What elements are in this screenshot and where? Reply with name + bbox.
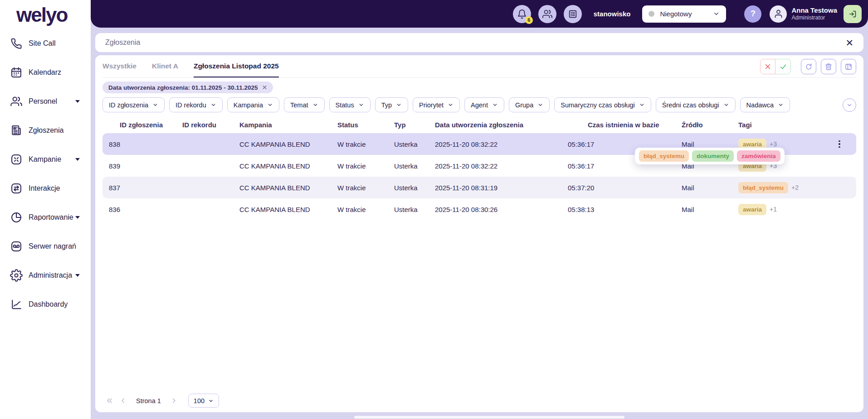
chevron-down-icon bbox=[210, 102, 216, 108]
chevron-down-icon bbox=[537, 102, 543, 108]
x-icon bbox=[764, 63, 772, 71]
date-filter-chip[interactable]: Data utworzenia zgłoszenia: 01.11.2025 -… bbox=[102, 82, 273, 93]
cell: 836 bbox=[102, 206, 182, 213]
sidebar-item-kampanie[interactable]: Kampanie bbox=[10, 149, 91, 169]
agents-button[interactable] bbox=[538, 5, 556, 23]
filter-grupa[interactable]: Grupa bbox=[509, 97, 550, 112]
tab-wszystkie[interactable]: Wszystkie bbox=[102, 55, 137, 77]
sidebar-item-label: Site Call bbox=[29, 39, 56, 48]
notifications-button[interactable]: 6 bbox=[513, 5, 531, 23]
row-menu-button[interactable] bbox=[833, 137, 846, 151]
avatar[interactable] bbox=[770, 5, 787, 23]
cell: W trakcie bbox=[337, 184, 394, 192]
page-title: Zgłoszenia bbox=[105, 39, 140, 47]
delete-button[interactable] bbox=[821, 59, 836, 74]
accept-button[interactable] bbox=[775, 59, 791, 74]
cell: 837 bbox=[102, 184, 182, 192]
sidebar-nav: Site CallKalendarzPersonelZgłoszeniaKamp… bbox=[0, 34, 91, 314]
filter-label: Sumaryczny czas obsługi bbox=[561, 101, 635, 109]
sidebar-item-label: Kalendarz bbox=[29, 68, 61, 77]
filter-label: Kampania bbox=[234, 101, 263, 109]
caret-down-icon bbox=[75, 100, 80, 103]
reject-button[interactable] bbox=[760, 59, 775, 74]
sidebar-item-dashboardy[interactable]: Dashboardy bbox=[10, 294, 91, 314]
help-button[interactable]: ? bbox=[744, 5, 761, 23]
filter-label: Temat bbox=[290, 101, 308, 109]
cell: Usterka bbox=[394, 184, 435, 192]
chevron-down-icon bbox=[723, 102, 729, 108]
filter-label: ID rekordu bbox=[176, 101, 206, 109]
sidebar-item-raportowanie[interactable]: Raportowanie bbox=[10, 207, 91, 227]
agent-status-select[interactable]: Niegotowy bbox=[642, 5, 726, 23]
tag-awaria[interactable]: awaria bbox=[738, 204, 766, 215]
filter-nadawca[interactable]: Nadawca bbox=[740, 97, 790, 112]
first-page-button[interactable] bbox=[102, 394, 116, 408]
tabs-row: WszystkieKlinet AZgłoszenia Listopad 202… bbox=[102, 55, 856, 78]
forms-button[interactable] bbox=[564, 5, 582, 23]
close-page-icon[interactable]: ✕ bbox=[845, 38, 853, 48]
horizontal-scrollbar[interactable] bbox=[354, 416, 624, 419]
active-filter-row: Data utworzenia zgłoszenia: 01.11.2025 -… bbox=[102, 82, 856, 93]
remove-date-filter-icon[interactable]: ✕ bbox=[262, 84, 267, 91]
column-header-id-rekordu: ID rekordu bbox=[182, 121, 239, 129]
panel-actions bbox=[760, 59, 856, 74]
prev-page-button[interactable] bbox=[116, 394, 130, 408]
tag-dokumenty[interactable]: dokumenty bbox=[692, 150, 734, 162]
filter-średni-czas-obsługi[interactable]: Średni czas obsługi bbox=[656, 97, 736, 112]
chevron-right-icon bbox=[170, 397, 178, 405]
sidebar-item-interakcje[interactable]: Interakcje bbox=[10, 178, 91, 198]
sidebar-item-serwer-nagrań[interactable]: Serwer nagrań bbox=[10, 236, 91, 256]
sidebar-item-site-call[interactable]: Site Call bbox=[10, 34, 91, 53]
filter-temat[interactable]: Temat bbox=[284, 97, 325, 112]
more-tags-count[interactable]: +2 bbox=[791, 184, 799, 191]
column-header-źródło: Źródło bbox=[682, 121, 738, 129]
cell: 2025-11-20 08:32:22 bbox=[435, 140, 568, 148]
more-tags-count[interactable]: +3 bbox=[770, 140, 777, 148]
sidebar-item-administracja[interactable]: Administracja bbox=[10, 265, 91, 285]
next-page-button[interactable] bbox=[167, 394, 181, 408]
caret-down-icon bbox=[75, 158, 80, 161]
sidebar-item-personel[interactable]: Personel bbox=[10, 92, 91, 111]
sidebar-item-kalendarz[interactable]: Kalendarz bbox=[10, 63, 91, 82]
filter-status[interactable]: Status bbox=[329, 97, 371, 112]
pie-icon bbox=[10, 211, 23, 224]
filter-id-zgłoszenia[interactable]: ID zgłoszenia bbox=[102, 97, 165, 112]
expand-filters-button[interactable] bbox=[843, 98, 856, 112]
notifications-badge: 6 bbox=[525, 16, 533, 24]
sidebar-item-zgłoszenia[interactable]: Zgłoszenia bbox=[10, 120, 91, 140]
tag-blad[interactable]: błąd_systemu bbox=[639, 150, 689, 162]
tab-klinet-a[interactable]: Klinet A bbox=[152, 55, 178, 77]
filter-label: Średni czas obsługi bbox=[662, 101, 719, 109]
filter-label: Status bbox=[336, 101, 354, 109]
chevron-left-icon bbox=[119, 397, 127, 405]
calendar-icon bbox=[10, 66, 23, 79]
chevron-down-icon bbox=[846, 102, 853, 108]
refresh-button[interactable] bbox=[801, 59, 816, 74]
cell: CC KAMPANIA BLEND bbox=[239, 206, 337, 213]
bell-icon bbox=[517, 9, 527, 19]
filter-sumaryczny-czas-obsługi[interactable]: Sumaryczny czas obsługi bbox=[554, 97, 651, 112]
filter-label: Agent bbox=[471, 101, 488, 109]
cell: Mail bbox=[682, 206, 738, 213]
filter-priorytet[interactable]: Priorytet bbox=[413, 97, 460, 112]
filter-typ[interactable]: Typ bbox=[375, 97, 408, 112]
voicemail-icon bbox=[10, 240, 23, 253]
filter-id-rekordu[interactable]: ID rekordu bbox=[169, 97, 223, 112]
columns-button[interactable] bbox=[841, 59, 856, 74]
column-header-typ: Typ bbox=[394, 121, 435, 129]
tab-zgloszenia-listopad-2025[interactable]: Zgłoszenia Listopad 2025 bbox=[194, 55, 279, 77]
tag-zamowienia[interactable]: zamówienia bbox=[737, 150, 780, 162]
people-icon bbox=[10, 95, 23, 108]
filter-agent[interactable]: Agent bbox=[464, 97, 504, 112]
filter-kampania[interactable]: Kampania bbox=[227, 97, 279, 112]
table-row-836[interactable]: 836CC KAMPANIA BLENDW trakcieUsterka2025… bbox=[102, 198, 856, 220]
cell: CC KAMPANIA BLEND bbox=[239, 162, 337, 170]
filter-label: ID zgłoszenia bbox=[109, 101, 148, 109]
more-tags-count[interactable]: +1 bbox=[770, 206, 777, 213]
logout-button[interactable] bbox=[844, 5, 862, 23]
tag-blad[interactable]: błąd_systemu bbox=[738, 182, 788, 193]
table-row-837[interactable]: 837CC KAMPANIA BLENDW trakcieUsterka2025… bbox=[102, 177, 856, 198]
filter-label: Nadawca bbox=[746, 101, 774, 109]
page-size-select[interactable]: 100 bbox=[188, 394, 219, 408]
sidebar-item-label: Raportowanie bbox=[29, 213, 73, 222]
